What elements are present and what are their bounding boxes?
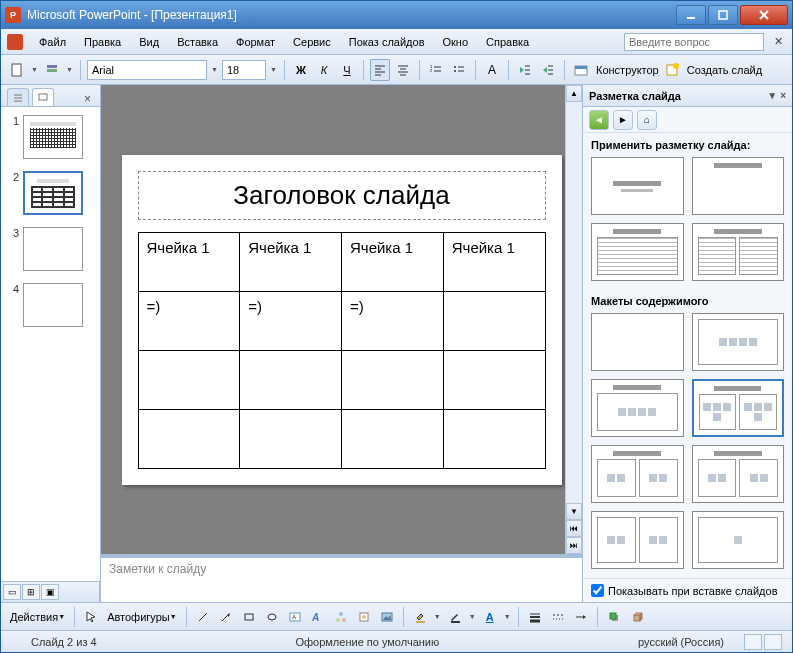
menu-insert[interactable]: Вставка <box>169 33 226 51</box>
table-cell[interactable] <box>443 291 545 350</box>
view-button[interactable] <box>764 634 782 650</box>
new-doc-icon[interactable] <box>7 59 27 81</box>
slide-thumbnail[interactable] <box>23 115 83 159</box>
layout-title-only[interactable] <box>692 157 785 215</box>
menu-format[interactable]: Формат <box>228 33 283 51</box>
menu-window[interactable]: Окно <box>435 33 477 51</box>
close-button[interactable] <box>740 5 788 25</box>
dropdown-arrow-icon[interactable]: ▼ <box>211 66 219 73</box>
help-search-input[interactable] <box>624 33 764 51</box>
dropdown-arrow-icon[interactable]: ▼ <box>270 66 278 73</box>
increase-font-button[interactable]: A <box>482 59 502 81</box>
designer-label[interactable]: Конструктор <box>596 64 659 76</box>
next-slide-button[interactable]: ⏭ <box>566 537 582 554</box>
menu-tools[interactable]: Сервис <box>285 33 339 51</box>
toolbar-options-icon[interactable] <box>42 59 62 81</box>
task-pane-close-icon[interactable]: × <box>780 90 786 101</box>
slide-area[interactable]: Заголовок слайда Ячейка 1 Ячейка 1 Ячейк… <box>101 85 582 554</box>
minimize-button[interactable] <box>676 5 706 25</box>
menu-help[interactable]: Справка <box>478 33 537 51</box>
layout-title-content[interactable] <box>591 223 684 281</box>
arrow-tool[interactable] <box>216 606 236 628</box>
dropdown-arrow-icon[interactable]: ▼ <box>66 66 74 73</box>
layout-more-1[interactable] <box>591 511 684 569</box>
sorter-view-button[interactable]: ⊞ <box>22 584 40 600</box>
table-cell[interactable] <box>138 409 240 468</box>
menu-edit[interactable]: Правка <box>76 33 129 51</box>
underline-button[interactable]: Ч <box>337 59 357 81</box>
select-tool[interactable] <box>81 606 101 628</box>
fill-color-button[interactable] <box>410 606 430 628</box>
dropdown-arrow-icon[interactable]: ▼ <box>434 613 442 620</box>
menu-file[interactable]: Файл <box>31 33 74 51</box>
slide-thumbnail[interactable] <box>23 227 83 271</box>
clipart-tool[interactable] <box>354 606 374 628</box>
line-color-button[interactable] <box>445 606 465 628</box>
table-cell[interactable]: Ячейка 1 <box>138 232 240 291</box>
new-slide-label[interactable]: Создать слайд <box>687 64 762 76</box>
nav-home-button[interactable]: ⌂ <box>637 110 657 130</box>
table-cell[interactable] <box>342 409 444 468</box>
layout-title-four-objects[interactable] <box>591 445 684 503</box>
slide-table[interactable]: Ячейка 1 Ячейка 1 Ячейка 1 Ячейка 1 =) =… <box>138 232 546 469</box>
shadow-style-button[interactable] <box>604 606 624 628</box>
table-cell[interactable]: =) <box>240 291 342 350</box>
autoshapes-menu[interactable]: Автофигуры ▼ <box>104 606 180 628</box>
menu-view[interactable]: Вид <box>131 33 167 51</box>
outline-tab[interactable] <box>7 88 29 106</box>
diagram-tool[interactable] <box>331 606 351 628</box>
maximize-button[interactable] <box>708 5 738 25</box>
slide-thumbnail[interactable] <box>23 283 83 327</box>
scroll-track[interactable] <box>566 102 582 503</box>
layout-four-objects[interactable] <box>692 445 785 503</box>
3d-style-button[interactable] <box>627 606 647 628</box>
notes-pane[interactable]: Заметки к слайду <box>101 554 582 602</box>
show-on-insert-checkbox[interactable] <box>591 584 604 597</box>
scroll-up-button[interactable]: ▲ <box>566 85 582 102</box>
table-cell[interactable]: Ячейка 1 <box>342 232 444 291</box>
slide-thumbnail[interactable] <box>23 171 83 215</box>
italic-button[interactable]: К <box>314 59 334 81</box>
line-tool[interactable] <box>193 606 213 628</box>
bullet-list-button[interactable] <box>449 59 469 81</box>
slide-title-placeholder[interactable]: Заголовок слайда <box>138 171 546 220</box>
designer-button[interactable] <box>571 59 591 81</box>
font-color-button[interactable]: A <box>480 606 500 628</box>
align-left-button[interactable] <box>370 59 390 81</box>
view-button[interactable] <box>744 634 762 650</box>
new-slide-button[interactable] <box>662 59 682 81</box>
picture-tool[interactable] <box>377 606 397 628</box>
rectangle-tool[interactable] <box>239 606 259 628</box>
task-pane-menu-icon[interactable]: ▼ <box>767 90 777 101</box>
nav-forward-button[interactable]: ► <box>613 110 633 130</box>
table-cell[interactable]: =) <box>138 291 240 350</box>
table-cell[interactable] <box>240 409 342 468</box>
oval-tool[interactable] <box>262 606 282 628</box>
table-cell[interactable] <box>240 350 342 409</box>
dropdown-arrow-icon[interactable]: ▼ <box>504 613 512 620</box>
slideshow-view-button[interactable]: ▣ <box>41 584 59 600</box>
slide-title[interactable]: Заголовок слайда <box>147 180 537 211</box>
layout-title-slide[interactable] <box>591 157 684 215</box>
nav-back-button[interactable]: ◄ <box>589 110 609 130</box>
align-center-button[interactable] <box>393 59 413 81</box>
slides-tab[interactable] <box>32 88 54 106</box>
layout-more-2[interactable] <box>692 511 785 569</box>
decrease-indent-button[interactable] <box>515 59 535 81</box>
scroll-down-button[interactable]: ▼ <box>566 503 582 520</box>
bold-button[interactable]: Ж <box>291 59 311 81</box>
textbox-tool[interactable]: A <box>285 606 305 628</box>
layout-two-content[interactable] <box>692 223 785 281</box>
table-cell[interactable] <box>443 409 545 468</box>
wordart-tool[interactable]: A <box>308 606 328 628</box>
table-cell[interactable] <box>138 350 240 409</box>
numbered-list-button[interactable]: 12 <box>426 59 446 81</box>
actions-menu[interactable]: Действия ▼ <box>7 606 68 628</box>
panel-close-icon[interactable]: × <box>81 92 94 106</box>
increase-indent-button[interactable] <box>538 59 558 81</box>
dropdown-arrow-icon[interactable]: ▼ <box>31 66 39 73</box>
layout-title-object[interactable] <box>591 379 684 437</box>
vertical-scrollbar[interactable]: ▲ ▼ ⏮ ⏭ <box>565 85 582 554</box>
doc-close-icon[interactable]: ✕ <box>770 34 786 50</box>
table-cell[interactable] <box>342 350 444 409</box>
